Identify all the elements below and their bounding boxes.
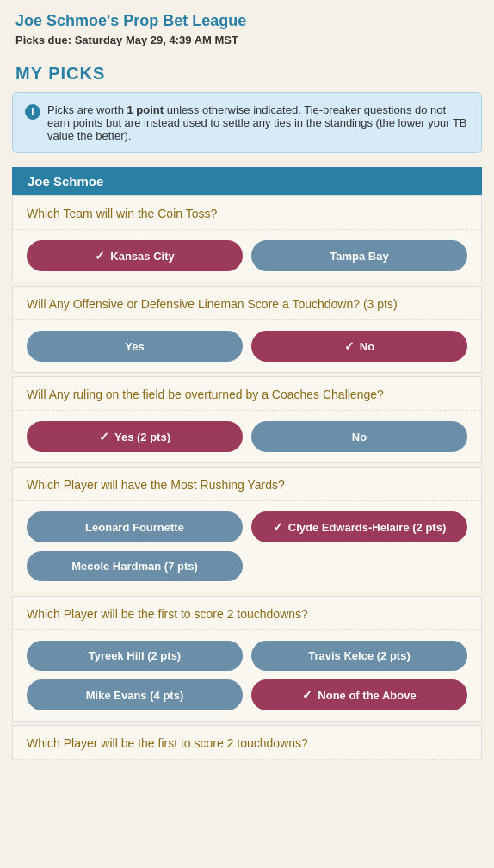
question-text-1: Which Team will win the Coin Toss? <box>13 196 481 230</box>
info-box: i Picks are worth 1 point unless otherwi… <box>12 92 482 153</box>
option-label: None of the Above <box>318 689 416 702</box>
page-title: MY PICKS <box>0 52 494 92</box>
option-label: Tampa Bay <box>330 250 388 263</box>
info-icon: i <box>25 104 40 120</box>
option-label: Kansas City <box>110 250 174 263</box>
option-mike-evans[interactable]: Mike Evans (4 pts) <box>27 679 243 710</box>
option-kansas-city[interactable]: ✓ Kansas City <box>27 240 243 271</box>
option-leonard-fournette[interactable]: Leonard Fournette <box>27 512 243 542</box>
option-yes-q3[interactable]: ✓ Yes (2 pts) <box>27 421 243 452</box>
option-none-of-above[interactable]: ✓ None of the Above <box>251 679 467 710</box>
option-label: No <box>360 340 374 353</box>
option-label: Yes (2 pts) <box>114 431 170 443</box>
option-travis-kelce[interactable]: Travis Kelce (2 pts) <box>251 641 467 671</box>
option-label: Yes <box>125 340 144 353</box>
checkmark-icon: ✓ <box>95 249 105 263</box>
option-label: Travis Kelce (2 pts) <box>308 649 411 662</box>
checkmark-icon: ✓ <box>344 339 355 353</box>
options-grid-3: ✓ Yes (2 pts) No <box>13 411 481 462</box>
picks-due-label: Picks due: <box>15 34 71 46</box>
checkmark-icon: ✓ <box>273 520 283 534</box>
question-card-3: Will Any ruling on the field be overturn… <box>12 376 482 463</box>
option-label: Tyreek Hill (2 pts) <box>89 649 181 662</box>
option-label: No <box>352 431 367 443</box>
info-text: Picks are worth 1 point unless otherwise… <box>47 103 469 142</box>
league-title: Joe Schmoe's Prop Bet League <box>15 12 479 30</box>
options-grid-5: Tyreek Hill (2 pts) Travis Kelce (2 pts)… <box>13 630 481 721</box>
question-card-4: Which Player will have the Most Rushing … <box>12 467 482 592</box>
question-text-4: Which Player will have the Most Rushing … <box>13 468 481 501</box>
options-grid-1: ✓ Kansas City Tampa Bay <box>13 230 481 282</box>
picks-due-value: Saturday May 29, 4:39 AM MST <box>75 34 238 46</box>
option-tampa-bay[interactable]: Tampa Bay <box>251 240 467 271</box>
option-tyreek-hill[interactable]: Tyreek Hill (2 pts) <box>27 641 243 671</box>
question-text-3: Will Any ruling on the field be overturn… <box>13 377 481 411</box>
option-label: Clyde Edwards-Helaire (2 pts) <box>288 521 447 534</box>
question-card-2: Will Any Offensive or Defensive Lineman … <box>12 286 482 373</box>
option-no-q3[interactable]: No <box>251 421 467 452</box>
options-grid-2: Yes ✓ No <box>13 320 481 372</box>
question-card-5: Which Player will be the first to score … <box>12 596 482 722</box>
option-clyde-edwards[interactable]: ✓ Clyde Edwards-Helaire (2 pts) <box>251 512 467 542</box>
option-label: Mike Evans (4 pts) <box>86 689 183 702</box>
option-mecole-hardman[interactable]: Mecole Hardman (7 pts) <box>27 551 243 581</box>
checkmark-icon: ✓ <box>302 688 312 702</box>
question-text-2: Will Any Offensive or Defensive Lineman … <box>13 287 481 320</box>
questions-container: Joe Schmoe Which Team will win the Coin … <box>12 167 482 760</box>
option-yes-q2[interactable]: Yes <box>27 331 243 362</box>
question-card-1: Which Team will win the Coin Toss? ✓ Kan… <box>12 195 482 282</box>
option-no-q2[interactable]: ✓ No <box>251 331 467 362</box>
user-name-header: Joe Schmoe <box>12 167 482 195</box>
options-grid-4: Leonard Fournette ✓ Clyde Edwards-Helair… <box>13 501 481 592</box>
question-text-5: Which Player will be the first to score … <box>13 597 481 630</box>
question-text-6: Which Player will be the first to score … <box>13 726 481 760</box>
picks-due: Picks due: Saturday May 29, 4:39 AM MST <box>15 34 479 46</box>
option-label: Mecole Hardman (7 pts) <box>71 560 198 573</box>
question-card-6: Which Player will be the first to score … <box>12 725 482 760</box>
option-label: Leonard Fournette <box>85 521 184 534</box>
checkmark-icon: ✓ <box>99 430 109 443</box>
